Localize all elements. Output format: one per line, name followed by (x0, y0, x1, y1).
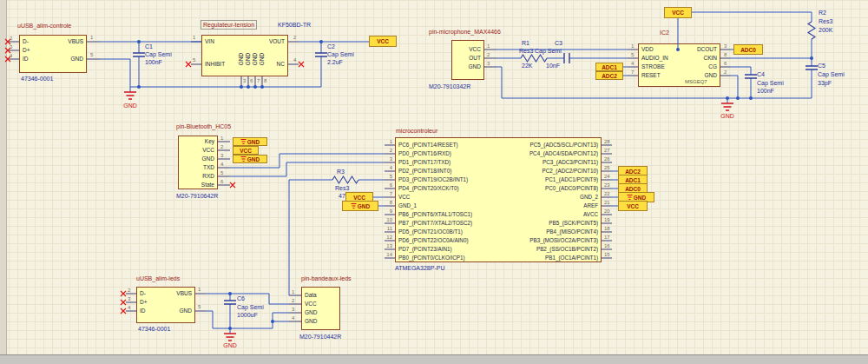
c3-value[interactable]: 10nF (546, 63, 560, 69)
c1-type[interactable]: Cap Semi (145, 51, 172, 57)
gnd-port-bt[interactable]: GND (233, 155, 267, 163)
c5-type[interactable]: Cap Semi (818, 71, 845, 77)
adc2-port-ic2[interactable]: ADC2 (595, 71, 623, 80)
gnd-power-label[interactable]: GND (717, 113, 738, 119)
c4-designator[interactable]: C4 (757, 71, 765, 77)
usb1-title[interactable]: uUSB_alim-controle (17, 23, 71, 29)
adc0-port-label: ADC0 (740, 47, 756, 53)
pin-number: 1 (382, 137, 392, 146)
gnd-port-mcu-pin8[interactable]: GND (342, 201, 378, 211)
gnd-port-label: GND (247, 139, 260, 145)
c3-designator[interactable]: C3 (555, 40, 562, 46)
pin-label: Data (305, 291, 336, 300)
usb2-left-pin-numbers: 2 3 4 (128, 286, 136, 312)
schematic-canvas[interactable]: uUSB_alim-controle D- D+ ID 2 3 4 VBUS G… (0, 0, 868, 364)
c6-value[interactable]: 1000uF (237, 312, 258, 318)
usb2-title[interactable]: uUSB_alim-leds (136, 275, 180, 281)
pin-label: PC2_(ADC2/PCINT10) (442, 167, 598, 175)
bluetooth-part-number[interactable]: M20-7910642R (176, 193, 218, 199)
pin-number: 1 (198, 287, 201, 292)
pin-number: 5 (198, 304, 201, 309)
adc0-port-ic2[interactable]: ADC0 (733, 44, 763, 55)
pin-number: 1 (631, 42, 636, 50)
usb2-part-number[interactable]: 47346-0001 (138, 326, 170, 332)
c2-designator[interactable]: C2 (327, 43, 335, 50)
pin-label: CG (674, 63, 717, 71)
adc1-port-ic2[interactable]: ADC1 (595, 63, 623, 71)
mic-title[interactable]: pin-microphone_MAX4466 (429, 29, 501, 35)
r3-designator[interactable]: R3 (337, 169, 345, 175)
pin-label: State (181, 181, 214, 189)
c1-value[interactable]: 100nF (145, 59, 162, 65)
pin-label: VBUS (159, 290, 192, 297)
gnd-power-label[interactable]: GND (120, 103, 141, 109)
pin-number: 2 (10, 34, 18, 43)
pin-number: 9 (382, 207, 392, 215)
r3-type[interactable]: Res3 (335, 185, 349, 191)
pin-label: PC0_(ADC0/PCINT8) (442, 184, 598, 193)
pin-label: RXD (181, 172, 214, 181)
ic2-part-number[interactable]: MSGEQ7 (685, 79, 707, 84)
pin-number: 22 (604, 189, 615, 198)
pin-number: 4 (10, 51, 18, 60)
c4-type[interactable]: Cap Semi (757, 80, 784, 86)
c5-value[interactable]: 33pF (818, 80, 832, 86)
ground-icon (240, 156, 247, 163)
pin-number: 17 (604, 233, 615, 242)
pin-number: 15 (604, 250, 615, 259)
vcc-port-bt[interactable]: VCC (233, 146, 259, 155)
pin-label: VCC (455, 45, 481, 54)
adc1-port-label: ADC1 (625, 177, 641, 183)
r2-value[interactable]: 200K (819, 27, 832, 33)
usb1-part-number[interactable]: 47346-0001 (21, 76, 53, 82)
pin-label: PC3_(ADC3/PCINT11) (442, 158, 598, 167)
mcu-title[interactable]: microcontroleur (396, 128, 437, 134)
gnd-port-label: GND (247, 156, 260, 162)
pin-label: VCC (181, 146, 214, 155)
ic2-designator[interactable]: IC2 (660, 30, 669, 36)
vcc-port-mcu-pin21[interactable]: VCC (618, 201, 648, 211)
r2-designator[interactable]: R2 (819, 10, 826, 16)
c6-designator[interactable]: C6 (237, 295, 245, 301)
mic-part-number[interactable]: M20-7910342R (429, 83, 470, 89)
pin-number: 3 (128, 295, 136, 303)
leds-title[interactable]: pin-bandeaux-leds (301, 275, 352, 281)
r2-type[interactable]: Res3 (819, 18, 832, 24)
pin-number: 2 (724, 68, 729, 76)
c2-type[interactable]: Cap Semi (327, 51, 354, 57)
regulator-comment[interactable]: KF50BD-TR (278, 22, 311, 28)
bluetooth-title[interactable]: pin-Bluetooth_HC05 (176, 123, 231, 129)
c5-designator[interactable]: C5 (818, 63, 825, 69)
regulator-title[interactable]: Regulateur-tension (201, 20, 257, 30)
pin-number: 6 (250, 78, 253, 83)
pin-number: 5 (382, 172, 392, 181)
c3-type[interactable]: Cap Semi (535, 48, 562, 54)
leds-part-number[interactable]: M20-7910442R (299, 334, 341, 340)
vcc-port-label: VCC (240, 148, 252, 154)
pin-label: GND (305, 308, 336, 317)
pin-label: GND (181, 155, 214, 163)
r1-value[interactable]: 22K (522, 63, 532, 69)
vcc-port-regulator[interactable]: VCC (369, 36, 397, 47)
gnd-power-label[interactable]: GND (220, 342, 240, 348)
r1-type[interactable]: Res3 (519, 48, 533, 54)
gnd-port-bt-key[interactable]: GND (233, 137, 267, 146)
ground-icon (240, 138, 247, 146)
pin-number: 11 (382, 224, 392, 233)
c1-designator[interactable]: C1 (145, 43, 153, 50)
c6-type[interactable]: Cap Semi (237, 304, 264, 310)
pin-number: 4 (293, 57, 296, 63)
c2-value[interactable]: 2.2uF (327, 59, 343, 65)
mcu-part-number[interactable]: ATMEGA328P-PU (395, 265, 444, 271)
pin-number: 2 (382, 146, 392, 155)
vcc-port-ic2[interactable]: VCC (664, 7, 692, 18)
pin-number: 12 (382, 233, 392, 242)
ic2-right-pin-numbers: 3 8 6 2 (724, 42, 729, 76)
c4-value[interactable]: 100nF (757, 88, 774, 94)
pin-number: 25 (604, 163, 615, 172)
r1-designator[interactable]: R1 (522, 40, 529, 46)
gnd-port-label: GND (358, 203, 370, 209)
pin-label: PB5_(SCK/PCINT5) (442, 219, 598, 228)
pin-number: 3 (724, 42, 729, 50)
pin-label: GND (245, 50, 252, 68)
